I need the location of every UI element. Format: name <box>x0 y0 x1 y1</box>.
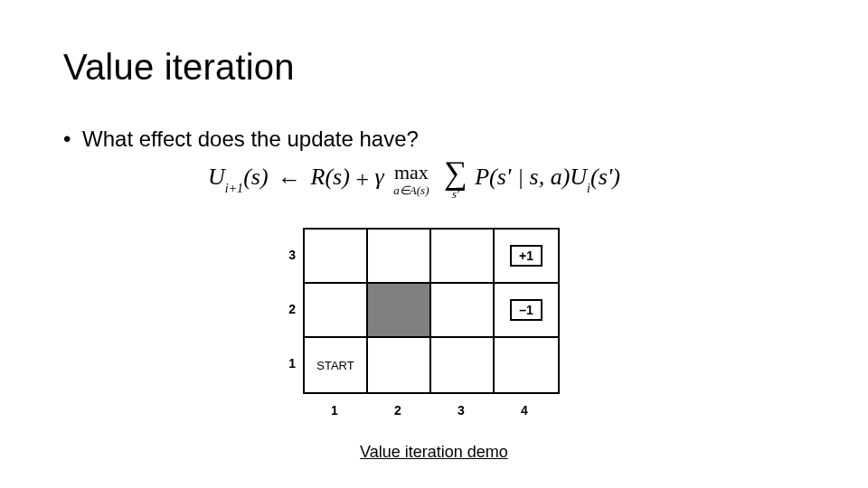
cell-2-2-wall <box>368 284 431 338</box>
page-title: Value iteration <box>63 47 295 88</box>
bullet-text: What effect does the update have? <box>82 127 419 151</box>
eq-sum: ∑ s' <box>444 159 467 200</box>
bullet-dot: • <box>63 127 71 152</box>
eq-P: P(s' | s, a) <box>475 164 570 190</box>
col-label-2: 2 <box>366 403 429 418</box>
cell-2-4-pit: –1 <box>495 284 558 338</box>
grid: +1 –1 START <box>303 228 560 394</box>
cell-1-1-start: START <box>305 338 368 392</box>
value-iteration-equation: Ui+1(s) ← R(s) + γ max a∈A(s) ∑ s' P(s' … <box>208 159 620 200</box>
eq-plus: + <box>355 166 369 193</box>
slide: Value iteration • What effect does the u… <box>0 0 868 488</box>
sigma-icon: ∑ <box>444 159 467 186</box>
start-label: START <box>316 359 354 372</box>
eq-max-sub: a∈A(s) <box>393 184 429 196</box>
eq-max-top: max <box>393 163 429 183</box>
cell-1-4 <box>495 338 558 392</box>
demo-link-wrap: Value iteration demo <box>0 443 868 462</box>
eq-U1-sub: i+1 <box>225 182 243 195</box>
eq-U2-sub: i <box>587 182 590 195</box>
row-label-3: 3 <box>278 248 296 262</box>
row-label-1: 1 <box>278 356 296 371</box>
cell-2-1 <box>305 284 368 338</box>
value-iteration-demo-link[interactable]: Value iteration demo <box>360 443 508 461</box>
eq-max: max a∈A(s) <box>393 163 429 196</box>
cell-3-4-goal: +1 <box>495 230 558 284</box>
bullet-line: • What effect does the update have? <box>63 127 419 152</box>
eq-U2: U <box>570 164 587 190</box>
cell-3-2 <box>368 230 431 284</box>
row-label-2: 2 <box>278 302 296 316</box>
reward-plus-one: +1 <box>510 245 542 267</box>
eq-R: R(s) <box>311 164 350 190</box>
eq-U1: U <box>208 164 225 190</box>
cell-1-2 <box>368 338 431 392</box>
reward-minus-one: –1 <box>510 299 542 321</box>
col-label-1: 1 <box>303 403 366 418</box>
col-label-3: 3 <box>429 403 493 418</box>
cell-2-3 <box>431 284 495 338</box>
left-arrow-icon: ← <box>278 166 301 193</box>
eq-U1-arg: (s) <box>243 164 268 190</box>
cell-3-3 <box>431 230 495 284</box>
cell-1-3 <box>431 338 495 392</box>
eq-gamma: γ <box>375 164 384 190</box>
cell-3-1 <box>305 230 368 284</box>
eq-U2-arg: (s') <box>590 164 620 190</box>
col-label-4: 4 <box>493 403 556 418</box>
